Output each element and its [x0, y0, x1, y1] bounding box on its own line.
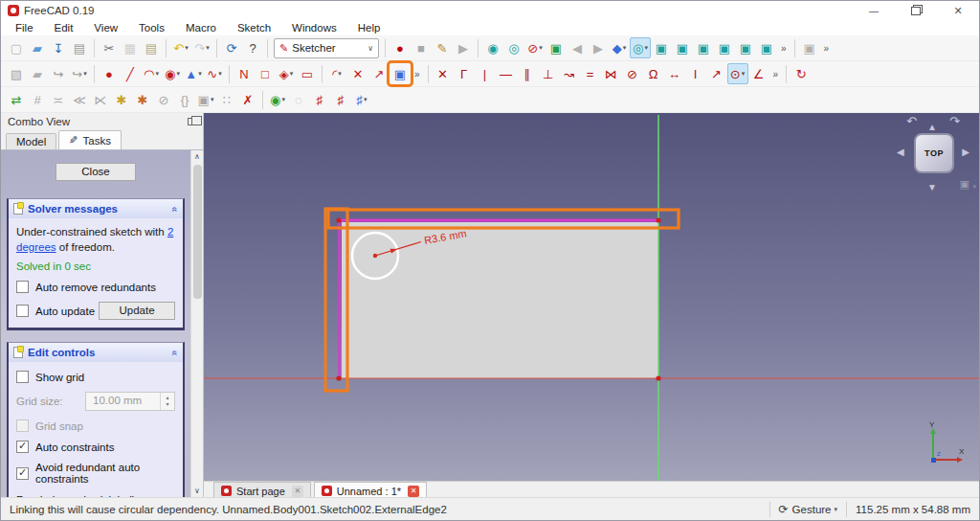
new-file[interactable]: ▢ [6, 37, 27, 58]
open-file[interactable]: ▰ [27, 37, 48, 58]
make-link[interactable]: ↪ [48, 63, 69, 84]
restore-button[interactable] [895, 1, 937, 20]
menu-sketch[interactable]: Sketch [227, 22, 281, 34]
save-file[interactable]: ↧ [48, 37, 69, 58]
constrain-perpendicular[interactable]: ⊥ [538, 63, 559, 84]
rotate-right-icon[interactable] [949, 114, 960, 128]
make-sub-link[interactable]: ↪▾ [69, 63, 90, 84]
cut[interactable]: ✂ [99, 37, 120, 58]
macro-record[interactable]: ● [390, 37, 411, 58]
close-task-button[interactable]: Close [56, 163, 136, 181]
sketch-face[interactable] [342, 222, 658, 378]
close-shape[interactable]: # [27, 89, 48, 110]
constrain-parallel[interactable]: ∥ [517, 63, 538, 84]
update-button[interactable]: Update [99, 302, 175, 320]
draw-style[interactable]: ⊘▾ [524, 37, 546, 58]
bspline-control-polygon[interactable]: ◌ [288, 89, 309, 110]
nav-forward[interactable]: ▶ [588, 37, 609, 58]
toolbar-overflow-chevron[interactable]: » [777, 43, 791, 54]
constrain-distance[interactable]: ↗ [706, 63, 727, 84]
constrain-point-on-object[interactable]: Γ [454, 63, 475, 84]
nav-back[interactable]: ◀ [567, 37, 588, 58]
nav-cube-top-face[interactable]: TOP [914, 133, 954, 173]
create-bspline[interactable]: ∿▾ [204, 63, 225, 84]
scroll-down-icon[interactable] [191, 485, 203, 497]
constrain-tangent[interactable]: ↝ [559, 63, 580, 84]
create-conic[interactable]: ▲▾ [183, 63, 204, 84]
trim-edge[interactable]: ✕ [347, 63, 368, 84]
create-group[interactable]: ▰ [27, 63, 48, 84]
nav-up-arrow-icon[interactable] [927, 122, 937, 132]
grid-snap-checkbox[interactable]: Grid snap [16, 419, 175, 432]
clone-tool[interactable]: ▣▾ [195, 89, 216, 110]
task-scrollbar[interactable] [190, 150, 203, 497]
auto-update-checkbox[interactable] [16, 305, 29, 317]
constrain-coincident[interactable]: ✕ [433, 63, 454, 84]
select-elements[interactable]: ⋉ [90, 89, 111, 110]
auto-remove-redundants-checkbox[interactable]: Auto remove redundants [16, 281, 175, 293]
3d-viewport[interactable]: R3.6 mm TOP [204, 113, 979, 481]
create-arc[interactable]: ◠▾ [141, 63, 162, 84]
constrain-distance-y[interactable]: I [685, 63, 706, 84]
nav-down-arrow-icon[interactable] [927, 182, 937, 193]
print[interactable]: ▤ [69, 37, 90, 58]
toolbar-overflow-chevron[interactable]: » [769, 69, 783, 79]
create-part[interactable]: ▧ [6, 63, 27, 84]
remove-axes-alignment[interactable]: ✗ [237, 89, 258, 110]
auto-constraints-checkbox[interactable]: Auto constraints [16, 441, 175, 453]
redo[interactable]: ↷▾ [191, 37, 212, 58]
select-solver-dofs[interactable]: ⇄ [6, 89, 27, 110]
tab-model[interactable]: Model [6, 133, 56, 149]
constrain-horizontal[interactable]: — [496, 63, 517, 84]
dock-views[interactable]: ▣ [799, 37, 820, 58]
connect-edges[interactable]: ≍ [48, 89, 69, 110]
bspline-curvature-comb[interactable]: ♯ [309, 89, 330, 110]
toggle-driving-constraint[interactable]: ↻ [791, 63, 812, 84]
nav-right-arrow-icon[interactable] [962, 147, 969, 157]
nav-style-selector[interactable]: Gesture [779, 503, 838, 516]
create-polyline[interactable]: N [234, 63, 255, 84]
scrollbar-thumb[interactable] [193, 165, 202, 299]
bspline-degree[interactable]: ♯▾ [351, 89, 372, 110]
nav-cube-menu-icon[interactable] [960, 178, 969, 191]
select-constraints[interactable]: ≪ [69, 89, 90, 110]
select-mode[interactable]: ▣ [546, 37, 567, 58]
scroll-up-icon[interactable] [191, 150, 203, 163]
menu-tools[interactable]: Tools [128, 22, 175, 34]
create-slot[interactable]: ▭ [297, 63, 318, 84]
zoom-fit-all[interactable]: ◉ [482, 37, 503, 58]
constrain-lock[interactable]: Ω [643, 63, 664, 84]
menu-edit[interactable]: Edit [44, 22, 84, 34]
create-point[interactable]: ● [99, 63, 120, 84]
view-front[interactable]: ▣ [672, 37, 693, 58]
collapse-icon[interactable] [170, 206, 181, 212]
workbench-selector[interactable]: ✎Sketcher∨ [274, 38, 379, 58]
grid-size-spinner[interactable]: 10.00 mm [85, 392, 175, 411]
constrain-symmetric[interactable]: ⋈ [601, 63, 622, 84]
solver-messages-header[interactable]: Solver messages [9, 199, 183, 218]
minimize-button[interactable] [853, 1, 895, 20]
view-right[interactable]: ▣ [714, 37, 735, 58]
select-redundant-constraints[interactable]: ✱ [111, 89, 132, 110]
create-polygon[interactable]: ◈▾ [276, 63, 297, 84]
undo[interactable]: ↶▾ [170, 37, 191, 58]
refresh[interactable]: ⟳ [221, 37, 242, 58]
bspline-info-layer[interactable]: ◉▾ [267, 89, 288, 110]
avoid-redundant-checkbox[interactable]: Avoid redundant auto constraints [16, 462, 175, 485]
circle-center-point[interactable] [373, 254, 377, 258]
constrain-distance-x[interactable]: ↔ [664, 63, 685, 84]
rotate-left-icon[interactable] [906, 114, 917, 128]
rectangular-array[interactable]: ∷ [216, 89, 237, 110]
toolbar-overflow-chevron[interactable]: » [820, 43, 834, 54]
vertex-top-left[interactable] [336, 217, 341, 222]
create-fillet[interactable]: ◜▾ [326, 63, 347, 84]
create-rectangle[interactable]: □ [255, 63, 276, 84]
create-circle[interactable]: ◉▾ [162, 63, 183, 84]
external-geometry[interactable]: ▣ [390, 63, 411, 84]
constrain-equal[interactable]: = [580, 63, 601, 84]
constrain-vertical[interactable]: | [475, 63, 496, 84]
view-rear[interactable]: ▣ [735, 37, 756, 58]
menu-view[interactable]: View [83, 22, 128, 34]
select-conflicting-constraints[interactable]: ✱ [132, 89, 153, 110]
spinner-arrows[interactable] [160, 393, 174, 410]
